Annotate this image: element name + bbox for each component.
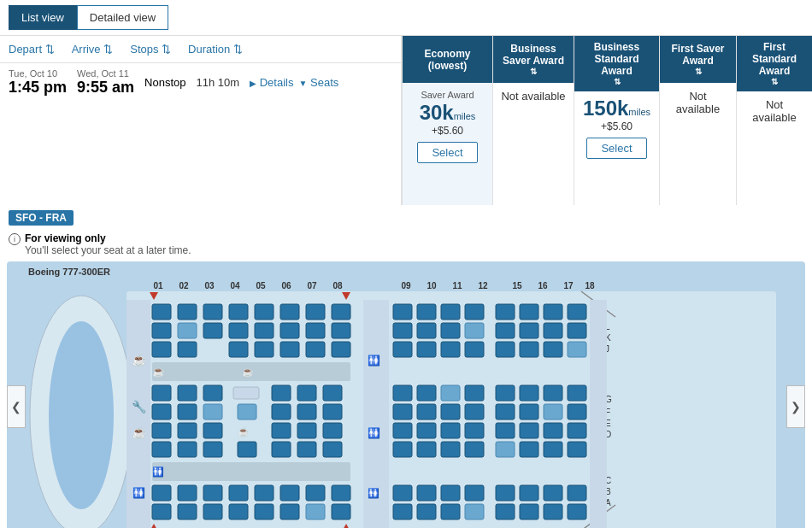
svg-rect-143	[441, 385, 460, 401]
bstandard-miles-value: 150k	[583, 97, 628, 120]
seatmap-left-arrow[interactable]: ❮	[7, 385, 26, 428]
svg-rect-55	[280, 323, 299, 338]
economy-select-button[interactable]: Select	[417, 142, 477, 163]
svg-rect-119	[441, 304, 460, 320]
svg-rect-170	[520, 442, 538, 457]
svg-rect-135	[441, 342, 460, 357]
svg-rect-53	[229, 323, 248, 338]
svg-rect-157	[393, 423, 412, 438]
svg-rect-144	[465, 385, 484, 401]
sort-duration[interactable]: Duration ⇅	[188, 43, 243, 56]
svg-rect-94	[297, 442, 316, 457]
page: List view Detailed view Depart ⇅ Arrive …	[0, 0, 812, 528]
svg-rect-148	[568, 385, 586, 401]
svg-rect-77	[203, 404, 222, 419]
svg-text:🚻: 🚻	[368, 354, 380, 367]
svg-rect-112	[306, 504, 325, 519]
svg-rect-111	[280, 504, 299, 519]
svg-rect-132	[568, 323, 586, 338]
svg-rect-164	[568, 423, 586, 438]
svg-rect-156	[568, 404, 586, 419]
svg-rect-51	[178, 323, 197, 338]
business-standard-header: Business Standard Award ⇅	[574, 36, 659, 91]
svg-rect-76	[178, 404, 197, 419]
svg-rect-182	[417, 504, 436, 519]
svg-text:☕: ☕	[132, 353, 147, 367]
svg-rect-113	[332, 504, 350, 519]
svg-rect-152	[465, 404, 484, 419]
sort-stops[interactable]: Stops ⇅	[130, 43, 171, 56]
depart-date: Tue, Oct 10	[9, 68, 67, 79]
svg-rect-88	[323, 423, 342, 438]
svg-rect-58	[152, 342, 171, 357]
depart-time: 1:45 pm	[9, 79, 67, 97]
economy-miles-value: 30k	[420, 101, 454, 124]
svg-rect-185	[496, 504, 515, 519]
svg-rect-142	[417, 385, 436, 401]
top-section: Depart ⇅ Arrive ⇅ Stops ⇅ Duration ⇅ Tue…	[0, 36, 812, 205]
svg-rect-102	[255, 485, 274, 501]
economy-miles: 30kmiles	[420, 103, 476, 123]
svg-rect-172	[568, 442, 586, 457]
svg-rect-179	[544, 485, 562, 501]
first-standard-status: Not available	[744, 98, 805, 124]
sort-icon-business-standard: ⇅	[581, 77, 652, 86]
svg-rect-78	[238, 404, 256, 419]
list-view-tab[interactable]: List view	[9, 5, 77, 30]
svg-rect-81	[323, 404, 342, 419]
first-saver-header: First Saver Award ⇅	[660, 36, 736, 83]
svg-rect-63	[306, 342, 325, 357]
svg-rect-149	[393, 404, 412, 419]
detailed-view-tab[interactable]: Detailed view	[77, 5, 168, 30]
first-standard-fare-column: First Standard Award ⇅ Not available	[736, 36, 812, 205]
sort-arrive[interactable]: Arrive ⇅	[72, 43, 114, 56]
svg-rect-82	[152, 423, 171, 438]
svg-rect-166	[417, 442, 436, 457]
svg-rect-174	[417, 485, 436, 501]
svg-rect-188	[568, 504, 586, 519]
svg-rect-178	[520, 485, 538, 501]
svg-rect-56	[306, 323, 325, 338]
svg-text:03: 03	[204, 281, 215, 290]
svg-text:🚻: 🚻	[132, 486, 145, 499]
route-badge: SFO - FRA	[9, 210, 74, 226]
svg-rect-79	[272, 404, 291, 419]
seats-link[interactable]: ▼ Seats	[298, 76, 338, 89]
svg-rect-75	[152, 404, 171, 419]
svg-rect-208	[590, 300, 607, 528]
first-saver-fare-column: First Saver Award ⇅ Not available	[659, 36, 736, 205]
seatmap-right-arrow[interactable]: ❯	[786, 385, 805, 428]
svg-rect-139	[544, 342, 562, 357]
svg-rect-64	[332, 342, 350, 357]
svg-rect-160	[465, 423, 484, 438]
svg-rect-42	[152, 304, 171, 320]
business-saver-status: Not available	[501, 90, 565, 103]
svg-text:17: 17	[563, 281, 574, 290]
svg-rect-47	[280, 304, 299, 320]
svg-rect-99	[178, 485, 197, 501]
svg-rect-83	[178, 423, 197, 438]
economy-miles-unit: miles	[454, 111, 476, 121]
svg-rect-165	[393, 442, 412, 457]
bstandard-miles: 150kmiles	[583, 98, 650, 119]
sort-icon-first-standard: ⇅	[744, 77, 805, 86]
svg-rect-122	[520, 304, 538, 320]
svg-rect-123	[544, 304, 562, 320]
sort-bar: Depart ⇅ Arrive ⇅ Stops ⇅ Duration ⇅	[0, 36, 401, 63]
svg-text:🚻: 🚻	[152, 466, 164, 478]
business-standard-fare-content: 150kmiles +$5.60 Select	[574, 91, 659, 214]
svg-rect-153	[496, 404, 515, 419]
svg-rect-146	[520, 385, 538, 401]
svg-text:🔧: 🔧	[132, 400, 147, 414]
svg-rect-86	[272, 423, 291, 438]
svg-rect-125	[393, 323, 412, 338]
seatmap-area: ❮ ❯ Boeing 777-300ER 01 02 03 04 05	[7, 261, 805, 528]
viewing-subtitle: You'll select your seat at a later time.	[25, 244, 191, 256]
svg-rect-84	[203, 423, 222, 438]
seatmap-svg: 01 02 03 04 05 06 07 08 09 10 11 12 15 1…	[26, 279, 800, 528]
details-link[interactable]: ▶ Details	[250, 76, 293, 89]
business-standard-select-button[interactable]: Select	[586, 138, 646, 159]
svg-rect-150	[417, 404, 436, 419]
sort-depart[interactable]: Depart ⇅	[9, 43, 55, 56]
svg-rect-108	[203, 504, 222, 519]
